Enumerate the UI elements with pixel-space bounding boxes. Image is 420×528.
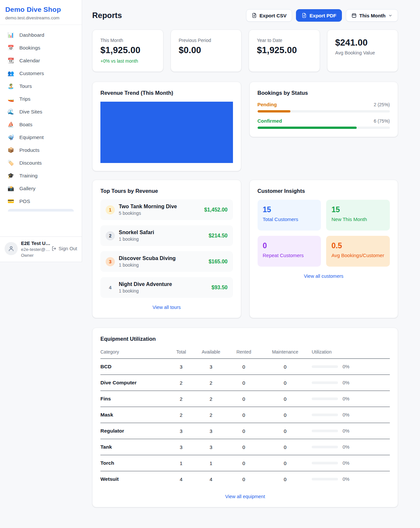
sidebar-item-label: Equipment bbox=[19, 134, 44, 140]
utilization-pct: 0% bbox=[343, 428, 349, 434]
table-row: BCD 3 3 0 0 0% bbox=[100, 359, 390, 375]
tile-avg-bookings-customer: 0.5 Avg Bookings/Customer bbox=[326, 236, 390, 267]
progress-track bbox=[258, 127, 390, 129]
cell-maintenance: 0 bbox=[259, 439, 312, 455]
stat-card-year-to-date: Year to Date $1,925.00 bbox=[249, 30, 320, 72]
tile-value: 0.5 bbox=[331, 241, 385, 250]
revenue-trend-card: Revenue Trend (This Month) bbox=[92, 82, 241, 171]
sign-out-button[interactable]: Sign Out bbox=[52, 246, 77, 251]
sidebar-item-label: Bookings bbox=[19, 45, 40, 51]
utilization-pct: 0% bbox=[343, 364, 349, 369]
sign-out-label: Sign Out bbox=[59, 246, 77, 251]
utilization-bar bbox=[312, 446, 338, 448]
view-all-tours-link[interactable]: View all tours bbox=[100, 305, 233, 310]
table-row: Fins 2 2 0 0 0% bbox=[100, 391, 390, 407]
stat-value: $1,925.00 bbox=[257, 45, 312, 55]
tour-revenue: $214.50 bbox=[209, 233, 228, 239]
tour-row: 1 Two Tank Morning Dive 5 bookings $1,45… bbox=[100, 199, 233, 220]
cell-available: 2 bbox=[193, 407, 229, 423]
utilization-pct: 0% bbox=[343, 412, 349, 417]
table-row: Dive Computer 2 2 0 0 0% bbox=[100, 375, 390, 391]
sidebar-item-products[interactable]: 📦 Products bbox=[4, 144, 78, 156]
status-row-confirmed: Confirmed 6 (75%) bbox=[258, 118, 390, 129]
customers-icon: 👥 bbox=[7, 71, 14, 76]
cell-utilization: 0% bbox=[312, 471, 390, 487]
cell-total: 3 bbox=[169, 359, 193, 375]
view-all-equipment-link[interactable]: View all equipment bbox=[100, 494, 390, 499]
calendar-icon: 📆 bbox=[7, 58, 14, 63]
tour-bookings: 5 bookings bbox=[119, 211, 200, 216]
cell-available: 2 bbox=[193, 375, 229, 391]
cell-category: Torch bbox=[100, 455, 169, 471]
cell-category: Wetsuit bbox=[100, 471, 169, 487]
sidebar-item-label: Products bbox=[19, 147, 39, 153]
sidebar-item-dive-sites[interactable]: 🌊 Dive Sites bbox=[4, 106, 78, 118]
sidebar-item-tours[interactable]: 🏝️ Tours bbox=[4, 80, 78, 92]
sidebar-item-trips[interactable]: 🚤 Trips bbox=[4, 93, 78, 105]
sidebar-item-bookings[interactable]: 📅 Bookings bbox=[4, 42, 78, 54]
tour-row: 3 Discover Scuba Diving 1 booking $165.0… bbox=[100, 251, 233, 272]
utilization-bar bbox=[312, 365, 338, 368]
cell-category: Regulator bbox=[100, 423, 169, 439]
tile-label: Total Customers bbox=[263, 216, 316, 222]
insights-row: Top Tours by Revenue 1 Two Tank Morning … bbox=[92, 180, 398, 318]
sidebar-item-gallery[interactable]: 📸 Gallery bbox=[4, 182, 78, 195]
sidebar-item-pos[interactable]: 💳 POS bbox=[4, 195, 78, 208]
sidebar-item-label: POS bbox=[19, 198, 30, 204]
top-tours-title: Top Tours by Revenue bbox=[100, 188, 233, 194]
rank-badge: 2 bbox=[106, 231, 115, 240]
tile-value: 0 bbox=[263, 241, 316, 250]
sidebar-item-training[interactable]: 🎓 Training bbox=[4, 170, 78, 182]
table-row: Tank 3 3 0 0 0% bbox=[100, 439, 390, 455]
cell-available: 3 bbox=[193, 359, 229, 375]
revenue-trend-chart bbox=[100, 102, 233, 163]
cell-rented: 0 bbox=[229, 423, 259, 439]
insight-tiles: 15 Total Customers 15 New This Month 0 R… bbox=[258, 200, 390, 267]
sidebar-item-customers[interactable]: 👥 Customers bbox=[4, 67, 78, 80]
rank-badge: 4 bbox=[106, 283, 115, 292]
view-all-customers-link[interactable]: View all customers bbox=[258, 274, 390, 279]
tour-row: 2 Snorkel Safari 1 booking $214.50 bbox=[100, 225, 233, 246]
brand-domain: demo.test.divestreams.com bbox=[5, 15, 76, 20]
status-label: Confirmed bbox=[258, 118, 282, 124]
tag-icon: 🏷️ bbox=[7, 160, 14, 166]
sidebar-item-equipment[interactable]: 🤿 Equipment bbox=[4, 131, 78, 144]
cell-total: 2 bbox=[169, 391, 193, 407]
export-pdf-button[interactable]: Export PDF bbox=[296, 9, 342, 22]
sidebar-item-calendar[interactable]: 📆 Calendar bbox=[4, 54, 78, 67]
stat-label: This Month bbox=[100, 38, 155, 43]
header-actions: Export CSV Export PDF This Month bbox=[246, 9, 398, 22]
cell-category: Dive Computer bbox=[100, 375, 169, 391]
chevron-down-icon bbox=[388, 13, 392, 18]
tile-value: 15 bbox=[263, 205, 316, 214]
sidebar-item-discounts[interactable]: 🏷️ Discounts bbox=[4, 157, 78, 169]
period-dropdown[interactable]: This Month bbox=[346, 9, 398, 22]
sidebar-active-item-partial[interactable] bbox=[8, 209, 74, 212]
sidebar-item-label: Boats bbox=[19, 122, 32, 128]
cell-maintenance: 0 bbox=[259, 455, 312, 471]
export-csv-button[interactable]: Export CSV bbox=[246, 9, 292, 22]
camera-icon: 📸 bbox=[7, 186, 14, 191]
sidebar-item-boats[interactable]: ⛵ Boats bbox=[4, 118, 78, 131]
sign-out-icon bbox=[52, 246, 57, 251]
graduation-cap-icon: 🎓 bbox=[7, 173, 14, 178]
cell-available: 2 bbox=[193, 391, 229, 407]
cell-maintenance: 0 bbox=[259, 407, 312, 423]
cell-category: Fins bbox=[100, 391, 169, 407]
cell-rented: 0 bbox=[229, 407, 259, 423]
progress-track bbox=[258, 110, 390, 112]
table-row: Regulator 3 3 0 0 0% bbox=[100, 423, 390, 439]
sidebar-user-footer: E2E Test U… e2e-tester@… Owner Sign Out bbox=[0, 236, 82, 262]
tour-row: 4 Night Dive Adventure 1 booking $93.50 bbox=[100, 277, 233, 298]
tile-label: Repeat Customers bbox=[263, 253, 316, 258]
credit-card-icon: 💳 bbox=[7, 199, 14, 204]
person-icon bbox=[8, 245, 14, 252]
package-icon: 📦 bbox=[7, 148, 14, 153]
tour-revenue: $1,452.00 bbox=[204, 207, 227, 213]
sidebar-item-dashboard[interactable]: 📊 Dashboard bbox=[4, 29, 78, 41]
bookings-by-status-title: Bookings by Status bbox=[258, 90, 390, 96]
sailboat-icon: ⛵ bbox=[7, 122, 14, 127]
cell-available: 3 bbox=[193, 423, 229, 439]
top-tours-card: Top Tours by Revenue 1 Two Tank Morning … bbox=[92, 180, 241, 318]
speedboat-icon: 🚤 bbox=[7, 96, 14, 102]
